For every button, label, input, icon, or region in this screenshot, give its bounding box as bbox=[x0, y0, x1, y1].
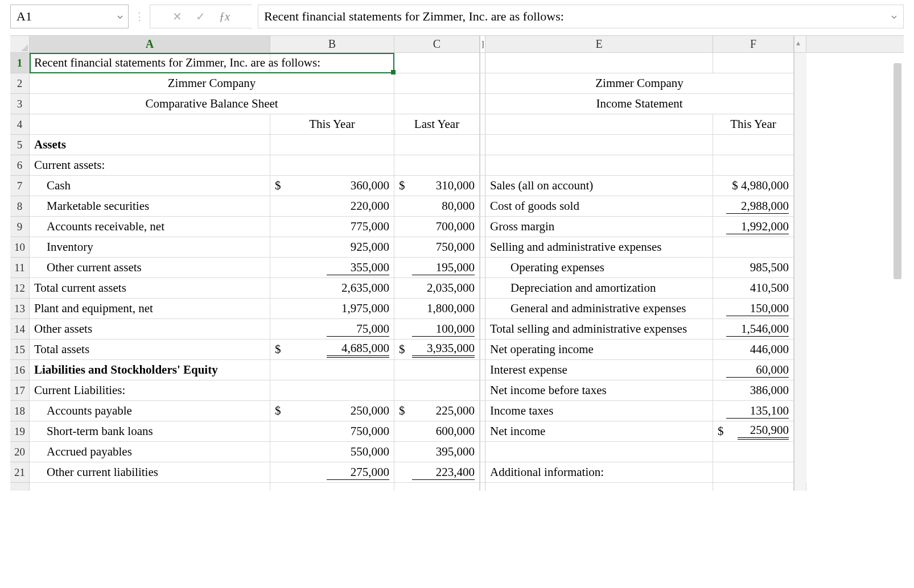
col-header-B[interactable]: B bbox=[270, 36, 394, 52]
vertical-scrollbar-track[interactable] bbox=[794, 258, 806, 278]
cell-B4[interactable]: This Year bbox=[270, 114, 394, 135]
cell-F6[interactable] bbox=[713, 155, 794, 176]
row-header-7[interactable]: 7 bbox=[10, 176, 30, 196]
cell-F11[interactable]: 985,500 bbox=[713, 258, 794, 278]
cell-E12[interactable]: Depreciation and amortization bbox=[485, 278, 713, 299]
cell-A16[interactable]: Liabilities and Stockholders' Equity bbox=[30, 360, 270, 380]
cell-E3[interactable]: Income Statement bbox=[485, 94, 794, 114]
row-header-3[interactable]: 3 bbox=[10, 94, 30, 114]
row-header-1[interactable]: 1 bbox=[10, 53, 30, 73]
cell-A5[interactable]: Assets bbox=[30, 135, 270, 155]
cell-C18[interactable]: $225,000 bbox=[394, 401, 480, 421]
cell-E10[interactable]: Selling and administrative expenses bbox=[485, 237, 713, 258]
cell[interactable] bbox=[480, 483, 485, 491]
cell-A19[interactable]: Short-term bank loans bbox=[30, 421, 270, 442]
cell-E5[interactable] bbox=[485, 135, 713, 155]
vertical-scrollbar-track[interactable] bbox=[794, 217, 806, 237]
col-split[interactable]: ] bbox=[480, 36, 485, 52]
row-header-12[interactable]: 12 bbox=[10, 278, 30, 299]
cell-B15[interactable]: $4,685,000 bbox=[270, 339, 394, 360]
cell-C11[interactable]: 195,000 bbox=[394, 258, 480, 278]
cell-B7[interactable]: $360,000 bbox=[270, 176, 394, 196]
cell-F14[interactable]: 1,546,000 bbox=[713, 319, 794, 339]
cell-E1[interactable] bbox=[485, 53, 713, 73]
cell-B16[interactable] bbox=[270, 360, 394, 380]
cell-E14[interactable]: Total selling and administrative expense… bbox=[485, 319, 713, 339]
chevron-down-icon[interactable] bbox=[117, 9, 123, 24]
cell-A18[interactable]: Accounts payable bbox=[30, 401, 270, 421]
cell-B21[interactable]: 275,000 bbox=[270, 462, 394, 483]
cell-F21[interactable] bbox=[713, 462, 794, 483]
cell-A20[interactable]: Accrued payables bbox=[30, 442, 270, 462]
cell-C21[interactable]: 223,400 bbox=[394, 462, 480, 483]
row-header-15[interactable]: 15 bbox=[10, 339, 30, 360]
vertical-scrollbar-track[interactable] bbox=[794, 53, 806, 73]
vertical-scrollbar-track[interactable] bbox=[794, 442, 806, 462]
cell-F10[interactable] bbox=[713, 237, 794, 258]
cell-F7[interactable]: $ 4,980,000 bbox=[713, 176, 794, 196]
cell-F9[interactable]: 1,992,000 bbox=[713, 217, 794, 237]
vertical-scrollbar-track[interactable] bbox=[794, 380, 806, 401]
col-header-E[interactable]: E bbox=[485, 36, 713, 52]
cell-E6[interactable] bbox=[485, 155, 713, 176]
cell-A3[interactable]: Comparative Balance Sheet bbox=[30, 94, 394, 114]
vertical-scrollbar-track[interactable] bbox=[794, 339, 806, 360]
vertical-scrollbar-track[interactable] bbox=[794, 237, 806, 258]
cell-F4[interactable]: This Year bbox=[713, 114, 794, 135]
cell-F19[interactable]: $250,900 bbox=[713, 421, 794, 442]
cell-B10[interactable]: 925,000 bbox=[270, 237, 394, 258]
col-header-A[interactable]: A bbox=[30, 36, 270, 52]
cell-E18[interactable]: Income taxes bbox=[485, 401, 713, 421]
cell-E9[interactable]: Gross margin bbox=[485, 217, 713, 237]
cell-F17[interactable]: 386,000 bbox=[713, 380, 794, 401]
vertical-scrollbar-track[interactable] bbox=[794, 401, 806, 421]
cell-C3[interactable] bbox=[394, 94, 480, 114]
cell-C8[interactable]: 80,000 bbox=[394, 196, 480, 217]
cell-C14[interactable]: 100,000 bbox=[394, 319, 480, 339]
vertical-scrollbar-track[interactable] bbox=[794, 278, 806, 299]
cell-A1[interactable]: Recent financial statements for Zimmer, … bbox=[30, 53, 270, 73]
cell-C2[interactable] bbox=[394, 73, 480, 94]
cell-C5[interactable] bbox=[394, 135, 480, 155]
cell-F1[interactable] bbox=[713, 53, 794, 73]
cell[interactable] bbox=[485, 483, 713, 491]
cell-B12[interactable]: 2,635,000 bbox=[270, 278, 394, 299]
col-header-C[interactable]: C bbox=[394, 36, 480, 52]
cell-C1[interactable] bbox=[394, 53, 480, 73]
cell-E2[interactable]: Zimmer Company bbox=[485, 73, 794, 94]
cell[interactable] bbox=[794, 483, 806, 491]
cell-F5[interactable] bbox=[713, 135, 794, 155]
cell-A2[interactable]: Zimmer Company bbox=[30, 73, 394, 94]
row-header-11[interactable]: 11 bbox=[10, 258, 30, 278]
cell-C16[interactable] bbox=[394, 360, 480, 380]
cell-B19[interactable]: 750,000 bbox=[270, 421, 394, 442]
row-header-21[interactable]: 21 bbox=[10, 462, 30, 483]
cell-C9[interactable]: 700,000 bbox=[394, 217, 480, 237]
vertical-scrollbar-track[interactable] bbox=[794, 155, 806, 176]
vertical-scrollbar-track[interactable] bbox=[794, 196, 806, 217]
row-header-6[interactable]: 6 bbox=[10, 155, 30, 176]
row-header-10[interactable]: 10 bbox=[10, 237, 30, 258]
vertical-scrollbar-track[interactable] bbox=[794, 135, 806, 155]
cell-F8[interactable]: 2,988,000 bbox=[713, 196, 794, 217]
confirm-icon[interactable]: ✓ bbox=[196, 10, 205, 23]
name-box[interactable]: A1 bbox=[10, 5, 129, 28]
fx-icon[interactable]: ƒx bbox=[219, 10, 230, 23]
col-header-F[interactable]: F bbox=[713, 36, 794, 52]
cell[interactable] bbox=[30, 483, 270, 491]
cell[interactable] bbox=[270, 483, 394, 491]
chevron-down-icon[interactable] bbox=[891, 9, 897, 24]
cell-A9[interactable]: Accounts receivable, net bbox=[30, 217, 270, 237]
cell-A21[interactable]: Other current liabilities bbox=[30, 462, 270, 483]
scroll-up-icon[interactable]: ▴ bbox=[796, 38, 800, 48]
cell-A8[interactable]: Marketable securities bbox=[30, 196, 270, 217]
cell-B5[interactable] bbox=[270, 135, 394, 155]
row-header-13[interactable]: 13 bbox=[10, 299, 30, 319]
vertical-scrollbar-track[interactable] bbox=[794, 360, 806, 380]
vertical-scrollbar-track[interactable] bbox=[794, 114, 806, 135]
cell-C7[interactable]: $310,000 bbox=[394, 176, 480, 196]
cell-F16[interactable]: 60,000 bbox=[713, 360, 794, 380]
row-header-22[interactable] bbox=[10, 483, 30, 491]
cell-F18[interactable]: 135,100 bbox=[713, 401, 794, 421]
cell-E11[interactable]: Operating expenses bbox=[485, 258, 713, 278]
